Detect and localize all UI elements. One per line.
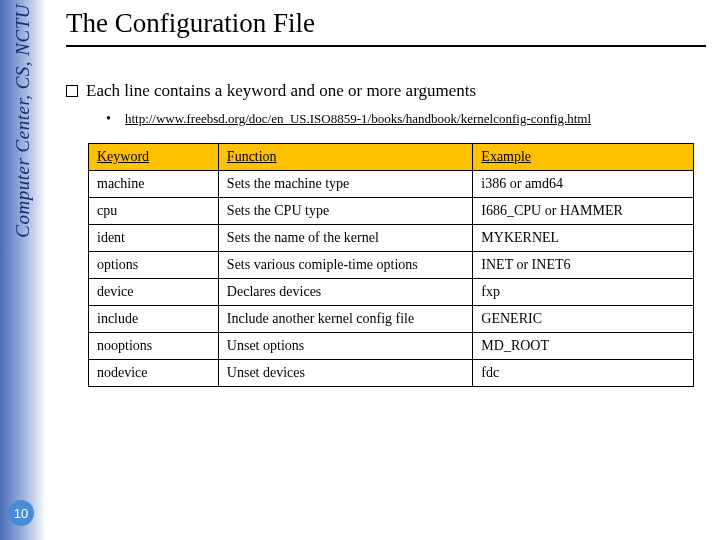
cell-keyword: machine [89, 171, 219, 198]
page-title: The Configuration File [66, 8, 712, 39]
th-function: Function [218, 144, 472, 171]
bullet-text: Each line contains a keyword and one or … [86, 81, 476, 100]
slide-content: The Configuration File Each line contain… [66, 8, 712, 387]
cell-example: MD_ROOT [473, 333, 694, 360]
table-header-row: Keyword Function Example [89, 144, 694, 171]
cell-example: INET or INET6 [473, 252, 694, 279]
cell-function: Include another kernel config file [218, 306, 472, 333]
cell-example: fxp [473, 279, 694, 306]
table-row: options Sets various comiple-time option… [89, 252, 694, 279]
th-example: Example [473, 144, 694, 171]
th-keyword: Keyword [89, 144, 219, 171]
cell-example: GENERIC [473, 306, 694, 333]
cell-example: i386 or amd64 [473, 171, 694, 198]
cell-keyword: nodevice [89, 360, 219, 387]
dot-bullet-icon: • [106, 111, 111, 127]
cell-function: Sets various comiple-time options [218, 252, 472, 279]
cell-example: fdc [473, 360, 694, 387]
table-row: machine Sets the machine type i386 or am… [89, 171, 694, 198]
cell-keyword: ident [89, 225, 219, 252]
cell-keyword: include [89, 306, 219, 333]
sub-bullet-line: •http://www.freebsd.org/doc/en_US.ISO885… [106, 111, 712, 127]
cell-keyword: device [89, 279, 219, 306]
table-row: device Declares devices fxp [89, 279, 694, 306]
cell-function: Sets the CPU type [218, 198, 472, 225]
cell-keyword: options [89, 252, 219, 279]
page-number-badge: 10 [8, 500, 34, 526]
handbook-link[interactable]: http://www.freebsd.org/doc/en_US.ISO8859… [125, 111, 591, 126]
table-row: cpu Sets the CPU type I686_CPU or HAMMER [89, 198, 694, 225]
bullet-line: Each line contains a keyword and one or … [66, 81, 712, 101]
title-underline [66, 45, 706, 47]
table-row: nodevice Unset devices fdc [89, 360, 694, 387]
cell-example: MYKERNEL [473, 225, 694, 252]
cell-function: Sets the machine type [218, 171, 472, 198]
sidebar-org-text: Computer Center, CS, NCTU [12, 4, 34, 238]
table-row: include Include another kernel config fi… [89, 306, 694, 333]
config-table: Keyword Function Example machine Sets th… [88, 143, 694, 387]
cell-keyword: cpu [89, 198, 219, 225]
cell-function: Unset options [218, 333, 472, 360]
cell-function: Declares devices [218, 279, 472, 306]
table-row: nooptions Unset options MD_ROOT [89, 333, 694, 360]
cell-function: Unset devices [218, 360, 472, 387]
cell-example: I686_CPU or HAMMER [473, 198, 694, 225]
sidebar: Computer Center, CS, NCTU [0, 0, 46, 540]
table-row: ident Sets the name of the kernel MYKERN… [89, 225, 694, 252]
cell-keyword: nooptions [89, 333, 219, 360]
square-bullet-icon [66, 85, 78, 97]
cell-function: Sets the name of the kernel [218, 225, 472, 252]
